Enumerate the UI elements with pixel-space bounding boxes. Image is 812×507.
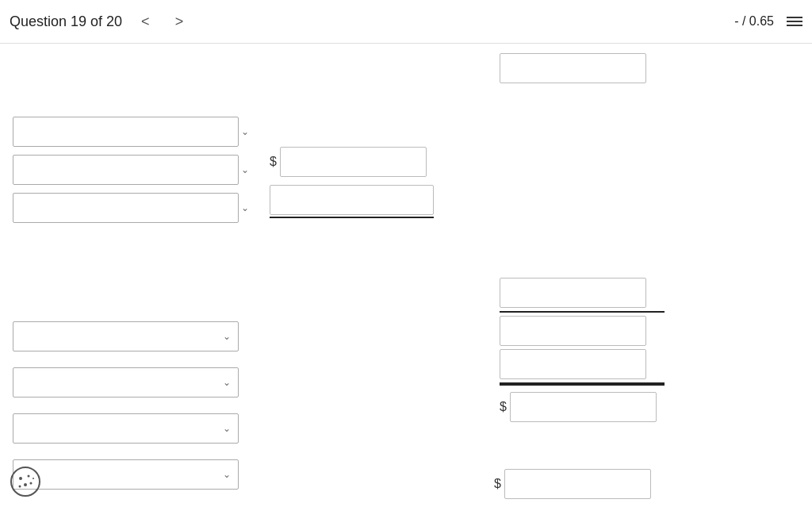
svg-point-3 xyxy=(24,483,27,486)
chevron-down-icon-3: ⌄ xyxy=(241,202,249,213)
dollar-row-1: $ xyxy=(270,147,434,177)
select-wrapper-1: ⌄ xyxy=(13,117,257,147)
right-input-1[interactable] xyxy=(500,278,646,308)
dollar-sign-3: $ xyxy=(494,477,501,491)
right-area: $ $ $ xyxy=(270,44,812,507)
chevron-down-icon-1: ⌄ xyxy=(241,126,249,137)
select-wrapper-4: ⌄ xyxy=(13,321,239,351)
menu-icon[interactable] xyxy=(787,17,802,26)
svg-point-2 xyxy=(28,475,30,478)
bottom-right-dollar-row: $ xyxy=(494,469,651,499)
right-underline-1 xyxy=(500,311,665,313)
svg-point-0 xyxy=(11,467,40,496)
bottom-right-input[interactable] xyxy=(504,469,651,499)
select-wrapper-5: ⌄ xyxy=(13,367,239,398)
cookie-icon[interactable] xyxy=(10,466,41,497)
left-lower-selects: ⌄ ⌄ ⌄ ⌄ xyxy=(13,321,239,497)
select-1[interactable] xyxy=(13,117,239,147)
dollar-sign-2: $ xyxy=(500,400,507,414)
svg-point-4 xyxy=(30,482,33,485)
right-dollar-input[interactable] xyxy=(510,392,657,422)
prev-button[interactable]: < xyxy=(135,10,156,33)
select-3[interactable] xyxy=(13,193,239,223)
middle-divider xyxy=(270,217,434,218)
right-dollar-row: $ xyxy=(500,392,665,422)
right-stack: $ xyxy=(500,278,665,425)
select-2[interactable] xyxy=(13,155,239,185)
menu-line-2 xyxy=(787,21,802,22)
select-wrapper-3: ⌄ xyxy=(13,193,257,223)
select-7[interactable] xyxy=(13,459,239,490)
select-wrapper-6: ⌄ xyxy=(13,413,239,444)
header: Question 19 of 20 < > - / 0.65 xyxy=(0,0,812,44)
dollar-sign-1: $ xyxy=(270,155,277,169)
header-right: - / 0.65 xyxy=(734,14,802,29)
right-input-3[interactable] xyxy=(500,349,646,379)
right-input-2[interactable] xyxy=(500,316,646,346)
select-6[interactable] xyxy=(13,413,239,444)
header-left: Question 19 of 20 < > xyxy=(10,10,190,33)
select-5[interactable] xyxy=(13,367,239,398)
score-display: - / 0.65 xyxy=(734,14,774,29)
svg-point-6 xyxy=(33,478,34,479)
left-top-spacer xyxy=(13,53,257,117)
svg-point-5 xyxy=(19,486,21,488)
menu-line-1 xyxy=(787,17,802,18)
next-button[interactable]: > xyxy=(169,10,190,33)
dollar-input[interactable] xyxy=(280,147,427,177)
select-wrapper-7: ⌄ xyxy=(13,459,239,490)
question-title: Question 19 of 20 xyxy=(10,13,122,30)
chevron-down-icon-2: ⌄ xyxy=(241,164,249,175)
top-right-input[interactable] xyxy=(500,53,646,83)
right-double-underline xyxy=(500,382,665,386)
menu-line-3 xyxy=(787,25,802,26)
select-4[interactable] xyxy=(13,321,239,351)
main-content: ⌄ ⌄ ⌄ $ xyxy=(0,44,812,507)
plain-input[interactable] xyxy=(270,185,434,215)
svg-point-1 xyxy=(19,477,22,480)
middle-section: $ xyxy=(270,147,434,218)
select-wrapper-2: ⌄ xyxy=(13,155,257,185)
